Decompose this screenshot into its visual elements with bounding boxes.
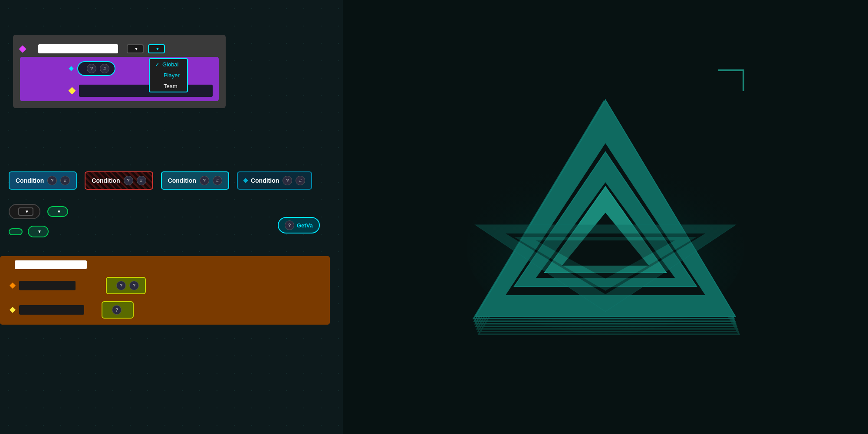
title-help-icon-1: ? [116,281,126,290]
true-block[interactable]: ▼ [47,206,68,217]
action-bar [79,85,213,97]
svg-rect-19 [718,69,744,71]
primary-weapon-block[interactable] [9,228,23,235]
left-panel: ▼ ▼ ✓ Global Player Te [0,0,343,434]
rule-purple-section: ? # [20,57,219,101]
right-panel [343,0,868,434]
sub-cond-diamond [10,283,16,289]
condition-block-blue[interactable]: Condition ? # [9,171,77,190]
scope-dropdown[interactable]: ▼ ✓ Global Player Team [148,44,165,53]
scope-option-team[interactable]: Team [150,81,187,92]
sub-action-diamond [10,307,16,313]
ongoing-dropdown[interactable]: ▼ [18,207,33,216]
condition-help-icon: ? [87,64,96,73]
condition-block-cyan[interactable]: Condition ? # [161,171,229,190]
lamg-ability-block[interactable]: ▼ [28,226,49,237]
svg-rect-20 [743,69,744,91]
floating-blocks: Condition ? # Condition ? # Condition ? … [9,171,312,190]
cond-hash-icon-3: # [213,176,222,185]
rule-name-input[interactable] [38,44,118,53]
sub-action-bar [19,305,84,315]
cond-hash-icon-4: # [296,176,305,185]
title-block-yellow-1[interactable]: ? ? [106,277,146,294]
cond-help-icon-4: ? [283,176,292,185]
triangle-artwork [454,65,757,369]
func-row: ▼ ▼ [9,204,68,219]
mod-container: ▼ ▼ ✓ Global Player Te [13,35,226,108]
get-variable-block[interactable]: ▼ [9,204,40,219]
subroutine-section: ? ? ? [0,256,330,325]
rule-row: ▼ ▼ ✓ Global Player Te [20,44,219,53]
condition-block-dark[interactable]: Condition ? # [237,171,312,190]
condition-hash-icon: # [100,64,109,73]
condition-row: ? # [20,57,219,80]
cond-help-icon-3: ? [200,176,209,185]
scope-menu: ✓ Global Player Team [149,58,188,92]
getvar-partial-block[interactable]: ? GetVa [278,217,320,233]
cond-hash-icon-2: # [137,176,146,185]
action-row [20,80,219,101]
action-diamond [69,87,76,95]
condition-diamond [69,66,73,71]
event-dropdown[interactable]: ▼ [127,44,144,53]
scope-option-player[interactable]: Player [150,70,187,81]
title-block-yellow-2[interactable]: ? [102,301,134,319]
title-circle-2: ? [129,281,139,290]
sub-condition-row: ? ? [0,273,330,298]
condition-block[interactable]: ? # [77,61,115,76]
cond-help-icon-2: ? [124,176,133,185]
subroutine-container: ? ? ? [0,256,330,325]
dark-cond-diamond [243,178,248,183]
sub-cond-bar [19,281,76,290]
title-help-icon-2: ? [112,305,122,315]
weapon-row: ▼ [9,226,49,237]
cond-hash-icon-1: # [60,176,70,185]
cond-help-icon-1: ? [47,176,57,185]
sub-action-row: ? [0,298,330,325]
condition-block-red[interactable]: Condition ? # [85,171,153,190]
getvar-circle-icon: ? [285,220,294,230]
subroutine-header-row [0,256,330,273]
subroutine-name-input[interactable] [15,260,87,269]
rule-diamond [19,45,26,53]
scope-option-global[interactable]: ✓ Global [150,59,187,70]
